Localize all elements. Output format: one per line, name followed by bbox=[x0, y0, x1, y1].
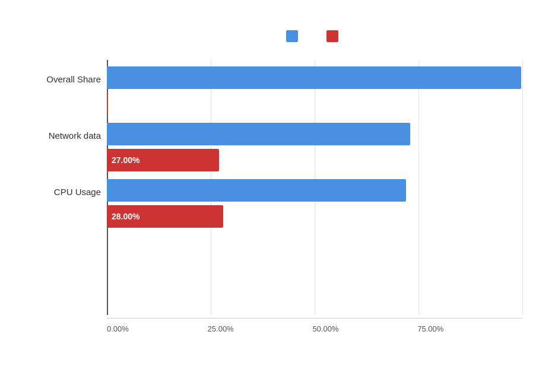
legend-item-non-heavy bbox=[286, 30, 303, 42]
grid-line-100 bbox=[522, 60, 523, 315]
bar-red-2: 28.00% bbox=[107, 205, 223, 228]
x-label-0: 0.00% bbox=[107, 324, 129, 333]
bar-blue-2 bbox=[107, 179, 406, 202]
x-label-1: 25.00% bbox=[208, 324, 234, 333]
chart-container: 0.30%Overall Share27.00%Network data28.0… bbox=[24, 18, 534, 374]
row-blue-1 bbox=[107, 122, 522, 146]
legend-item-heavy bbox=[326, 30, 343, 42]
chart-legend bbox=[107, 30, 522, 42]
chart-body: 0.30%Overall Share27.00%Network data28.0… bbox=[107, 60, 522, 315]
heavy-swatch bbox=[326, 30, 338, 42]
row-red-0: 0.30% bbox=[107, 92, 522, 116]
non-heavy-swatch bbox=[286, 30, 298, 42]
bar-red-0: 0.30% bbox=[107, 93, 108, 115]
bar-red-label-1: 27.00% bbox=[112, 155, 140, 165]
bar-red-1: 27.00% bbox=[107, 149, 219, 171]
y-label-1: Network data bbox=[24, 130, 101, 140]
bar-blue-0 bbox=[107, 66, 521, 89]
x-axis-line bbox=[107, 318, 522, 318]
y-label-2: CPU Usage bbox=[24, 186, 101, 196]
row-blue-2 bbox=[107, 179, 522, 202]
row-red-1: 27.00% bbox=[107, 148, 522, 172]
bar-red-label-0: 0.30% bbox=[112, 99, 135, 109]
x-label-2: 50.00% bbox=[312, 324, 338, 333]
bar-red-label-2: 28.00% bbox=[112, 212, 140, 221]
x-label-3: 75.00% bbox=[417, 324, 443, 333]
y-label-0: Overall Share bbox=[24, 74, 101, 84]
row-blue-0 bbox=[107, 66, 522, 90]
x-axis: 0.00%25.00%50.00%75.00% bbox=[107, 324, 522, 333]
row-red-2: 28.00% bbox=[107, 205, 522, 228]
bar-blue-1 bbox=[107, 123, 410, 145]
